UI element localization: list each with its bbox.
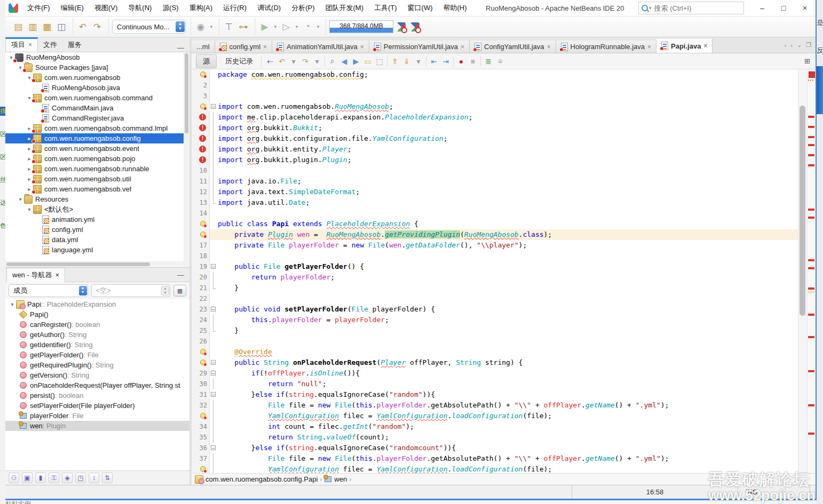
menu-item-10[interactable]: 工具(T) (369, 1, 402, 15)
code-line-31[interactable]: 31 }else if(string.equalsIgnoreCase("ran… (192, 389, 798, 400)
error-stripe-mark[interactable] (808, 154, 814, 156)
error-stripe-mark[interactable] (808, 370, 814, 372)
member-row[interactable]: canRegister() : boolean (5, 319, 189, 330)
tree-row[interactable]: language.yml (5, 245, 189, 255)
error-stripe[interactable] (807, 69, 816, 473)
toggle-rectangular-selection-button[interactable]: ⬚ (374, 55, 385, 67)
tree-row[interactable]: ▸com.wen.ruomengabsob.pojo (5, 154, 189, 164)
editor-tab-PermissionYamlUtil.java[interactable]: PermissionYamlUtil.java× (369, 41, 470, 53)
tree-row[interactable]: ▾Resources (5, 194, 189, 204)
set-main-project-button[interactable]: ◉ (194, 20, 207, 33)
split-editor-button[interactable]: ⊞ (801, 57, 813, 65)
error-icon[interactable]: ! (199, 124, 206, 131)
fold-marker[interactable] (210, 261, 218, 272)
code-line-19[interactable]: 19 public File getPlayerFolder() { (192, 261, 798, 272)
gutter-cell[interactable]: 12 (192, 187, 210, 197)
panel-tab-close-icon[interactable]: × (28, 41, 32, 49)
code-line-20[interactable]: 20 return playerFolder; (192, 272, 798, 283)
tree-row[interactable]: ▾RuoMengAbosob (5, 52, 189, 62)
member-row[interactable]: getPlayerFolder() : File (5, 350, 189, 360)
back-dropdown[interactable]: ▾ (288, 55, 299, 67)
run-project-button[interactable]: ▶ (258, 20, 271, 33)
error-summary-icon[interactable] (809, 71, 815, 78)
minimize-button[interactable]: – (751, 1, 773, 15)
warning-hint-icon[interactable] (200, 103, 206, 109)
gutter-cell[interactable]: 3 (192, 91, 210, 101)
gutter-cell[interactable]: 11 (192, 176, 210, 187)
error-stripe-mark[interactable] (808, 164, 814, 166)
save-all-button[interactable]: ◫ (55, 20, 68, 33)
warning-hint-icon[interactable] (200, 221, 206, 227)
uncomment-button[interactable]: ≡ (494, 55, 506, 67)
gutter-cell[interactable]: 32 (192, 400, 210, 411)
gutter-cell[interactable]: 14 (192, 208, 210, 219)
clean-build-button[interactable]: ⊶ (237, 20, 250, 33)
member-row[interactable]: setPlayerFolder(File playerFolder) (5, 401, 189, 411)
search-input[interactable] (653, 4, 743, 13)
code-line-13[interactable]: 13import java.util.Date; (192, 197, 798, 208)
gutter-cell[interactable]: 20 (192, 272, 210, 283)
tree-row[interactable]: ▸com.wen.ruomengabsob.vef (5, 184, 189, 194)
error-stripe-mark[interactable] (808, 144, 814, 146)
gc-button-icon[interactable] (410, 22, 420, 31)
gutter-cell[interactable]: 24 (192, 315, 210, 325)
gutter-cell[interactable]: ! (192, 155, 210, 165)
gutter-cell[interactable] (192, 347, 210, 357)
source-view-button[interactable]: 源 (196, 54, 217, 68)
gutter-cell[interactable]: 36 (192, 443, 210, 453)
gutter-cell[interactable]: 17 (192, 240, 210, 251)
editor-scrollbar[interactable] (798, 69, 807, 473)
new-file-button[interactable]: ▤ (12, 20, 25, 33)
tree-row[interactable]: ▸com.wen.ruomengabsob.config (5, 133, 189, 143)
error-stripe-mark[interactable] (808, 259, 814, 261)
build-project-button[interactable]: ⊤ (223, 20, 235, 33)
editor-tab-close-icon[interactable]: × (360, 43, 364, 51)
code-line-18[interactable]: 18 (192, 251, 798, 261)
tab-list-button[interactable]: ⌄ (797, 42, 802, 49)
breadcrumb-label[interactable]: wen (334, 475, 347, 483)
new-project-button[interactable]: ▥ (26, 20, 39, 33)
code-line-6[interactable]: !import org.bukkit.Bukkit; (192, 123, 798, 133)
editor-tab-close-icon[interactable]: × (703, 42, 707, 50)
code-line-25[interactable]: 25 } (192, 325, 798, 336)
navigator-minimize-button[interactable]: — (172, 271, 189, 279)
error-icon[interactable]: ! (199, 135, 206, 142)
gutter-cell[interactable]: 30 (192, 379, 210, 389)
code-line-36[interactable]: 36 }else if(string.equalsIgnoreCase("ran… (192, 443, 798, 453)
code-line-37[interactable]: 37 File file = new File(this.playerFolde… (192, 453, 798, 464)
memory-indicator[interactable]: 368.7/884.0MB (329, 20, 393, 33)
sort-alphabetically-button[interactable]: ↕ (89, 473, 99, 483)
menu-item-0[interactable]: 文件(F) (22, 1, 55, 15)
search-box[interactable]: ▾ (638, 2, 744, 14)
gutter-cell[interactable]: 31 (192, 389, 210, 400)
code-line-9[interactable]: !import org.bukkit.plugin.Plugin; (192, 155, 798, 165)
gutter-cell[interactable]: 21 (192, 283, 210, 293)
editor-tab-close-icon[interactable]: × (647, 43, 651, 51)
menu-item-2[interactable]: 视图(V) (90, 1, 122, 15)
error-stripe-mark[interactable] (808, 209, 814, 211)
tree-row[interactable]: CommandRegister.java (5, 113, 189, 123)
expander-icon[interactable]: ▾ (17, 196, 24, 202)
navigator-inspect-combo[interactable]: <空>▲▼ (91, 284, 171, 297)
gutter-cell[interactable]: 34 (192, 421, 210, 432)
sort-by-source-button[interactable]: ⇅ (102, 473, 113, 483)
forward-button[interactable]: ↷ (299, 55, 311, 67)
configuration-combo[interactable]: Continuous Mo...▲▼ (112, 20, 186, 34)
panel-tab-服务[interactable]: 服务 (62, 38, 87, 52)
code-line-22[interactable]: 22 (192, 293, 798, 304)
panel-tab-项目[interactable]: 项目× (5, 37, 38, 52)
error-icon[interactable]: ! (199, 156, 206, 163)
gutter-cell[interactable] (192, 229, 210, 240)
gutter-cell[interactable]: 18 (192, 251, 210, 261)
tree-row[interactable]: ▾com.wen.ruomengabsob.command (5, 93, 189, 103)
warning-hint-icon[interactable] (200, 359, 206, 365)
set-main-project-button-dropdown[interactable]: ▾ (209, 20, 214, 33)
editor-tab-HologramRunnable.java[interactable]: HologramRunnable.java× (556, 41, 657, 53)
editor-tab-ConfigYamlUtil.java[interactable]: ConfigYamlUtil.java× (470, 41, 556, 53)
gutter-cell[interactable]: 29 (192, 368, 210, 379)
show-static-members-button[interactable]: ▮ (35, 473, 46, 483)
back-button[interactable]: ↶ (276, 55, 288, 67)
fold-marker[interactable] (210, 304, 218, 315)
code-line-35[interactable]: 35 return String.valueOf(count); (192, 432, 798, 443)
code-line-16[interactable]: private Plugin wen = RuoMengAbosob.getPr… (192, 229, 798, 240)
